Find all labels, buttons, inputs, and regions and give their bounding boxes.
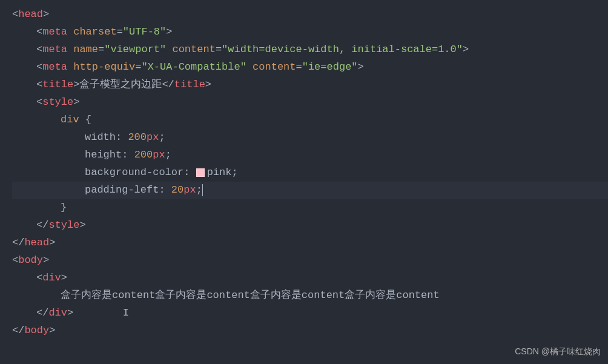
tag-head-close: head [24,237,49,248]
tag-style: style [42,96,73,108]
attr-name: name [73,44,98,55]
attr-http-equiv: http-equiv [73,61,135,73]
css-unit: px [183,184,196,196]
attr-content: content [172,44,215,55]
code-line: <style> [12,94,608,111]
tag-div: div [42,272,61,283]
code-line: } [12,199,608,217]
watermark-text: CSDN @橘子味红烧肉 [515,345,601,359]
attr-content: content [253,61,296,73]
css-prop-height: height [85,149,122,160]
val-xua: "X-UA-Compatible" [141,61,246,73]
code-line: height: 200px; [12,147,608,164]
code-line: <div> [12,270,608,287]
css-val-padding-left: 20 [171,184,183,196]
code-line: <meta name="viewport" content="width=dev… [12,41,608,59]
code-line-active: padding-left: 20px; [12,182,608,199]
css-prop-width: width [85,131,116,143]
code-line: <title>盒子模型之内边距</title> [12,76,608,94]
code-line: <body> [12,252,608,270]
css-prop-bgcolor: background-color [85,167,183,178]
code-line: </head> [12,234,608,252]
tag-meta: meta [42,61,67,73]
code-line: </div> I [12,305,608,322]
css-unit: px [153,149,165,160]
css-val-bgcolor: pink [207,167,232,178]
css-val-width: 200 [128,131,147,143]
code-line: background-color: pink; [12,164,608,182]
val-viewport-content: "width=device-width, initial-scale=1.0" [222,44,463,55]
css-val-height: 200 [134,149,153,160]
tag-div-close: div [48,307,67,319]
code-line: width: 200px; [12,129,608,147]
attr-charset: charset [73,26,116,38]
tag-style-close: style [48,219,79,231]
tag-title: title [42,79,73,90]
val-viewport: "viewport" [104,44,166,55]
div-text-content: 盒子内容是content盒子内容是content盒子内容是content盒子内容… [61,290,440,301]
css-prop-padding-left: padding-left [85,184,159,196]
tag-meta: meta [42,26,67,38]
tag-body-close: body [24,325,49,336]
code-line: <meta charset="UTF-8"> [12,24,608,41]
css-unit: px [147,131,159,143]
css-selector: div [61,114,79,125]
color-swatch-icon [196,168,205,177]
tag-body: body [18,254,43,266]
title-text: 盒子模型之内边距 [79,79,162,90]
text-caret-icon: I [123,307,129,319]
code-line: </style> [12,217,608,234]
code-line: div { [12,111,608,129]
code-line: 盒子内容是content盒子内容是content盒子内容是content盒子内容… [12,287,608,305]
tag-head: head [18,8,43,20]
tag-title-close: title [174,79,205,90]
val-utf8: "UTF-8" [123,26,166,38]
editor-cursor-icon [202,184,203,196]
code-line: </body> [12,322,608,340]
tag-meta: meta [42,44,67,55]
code-line: <head> [12,6,608,24]
code-editor[interactable]: <head> <meta charset="UTF-8"> <meta name… [0,6,608,340]
val-ieedge: "ie=edge" [302,61,358,73]
code-line: <meta http-equiv="X-UA-Compatible" conte… [12,59,608,76]
